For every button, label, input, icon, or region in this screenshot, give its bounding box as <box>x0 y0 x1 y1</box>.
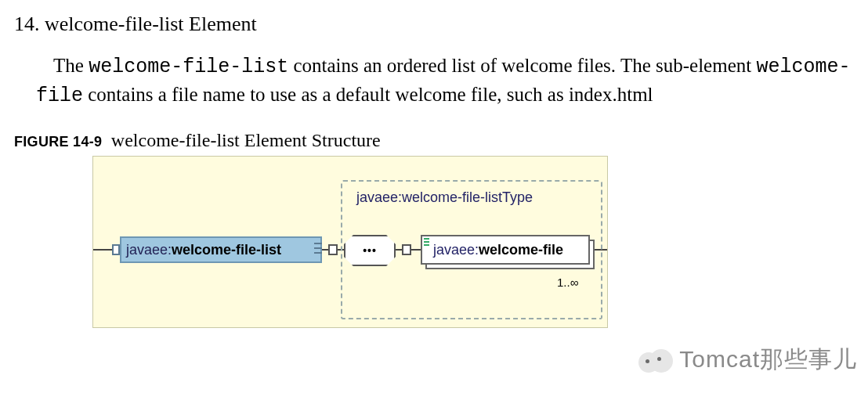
figure-label: FIGURE 14-9 <box>14 134 102 150</box>
figure-caption: FIGURE 14-9 welcome-file-list Element St… <box>14 130 854 151</box>
element-name: welcome-file-list <box>172 242 281 258</box>
watermark-text: Tomcat那些事儿 <box>679 344 857 376</box>
text-mid1: contains an ordered list of welcome file… <box>288 55 756 76</box>
element-front: javaee:welcome-file <box>421 235 590 265</box>
text-pre1: The <box>53 55 89 76</box>
connector-port-icon <box>328 244 338 255</box>
section-name: welcome-file-list Element <box>45 13 257 35</box>
figure-title: welcome-file-list Element Structure <box>111 130 381 150</box>
type-group-label: javaee:welcome-file-listType <box>356 189 533 206</box>
cardinality-label: 1..∞ <box>557 276 578 289</box>
element-name: welcome-file <box>479 242 563 258</box>
watermark: Tomcat那些事儿 <box>638 344 857 376</box>
wechat-icon <box>638 346 671 374</box>
section-title: 14. welcome-file-list Element <box>14 13 854 36</box>
code-term-1: welcome-file-list <box>89 56 288 78</box>
element-box-welcome-file-list: javaee:welcome-file-list <box>120 236 322 263</box>
description-paragraph: The welcome-file-list contains an ordere… <box>36 52 854 110</box>
section-number: 14. <box>14 13 40 35</box>
namespace-prefix: javaee: <box>433 242 479 258</box>
namespace-prefix: javaee: <box>126 242 172 258</box>
text-mid2: contains a file name to use as a default… <box>83 84 653 105</box>
root-port-icon <box>112 244 120 255</box>
schema-diagram: javaee:welcome-file-list ••• javaee:welc… <box>92 156 608 328</box>
element-box-welcome-file: javaee:welcome-file <box>421 235 590 265</box>
